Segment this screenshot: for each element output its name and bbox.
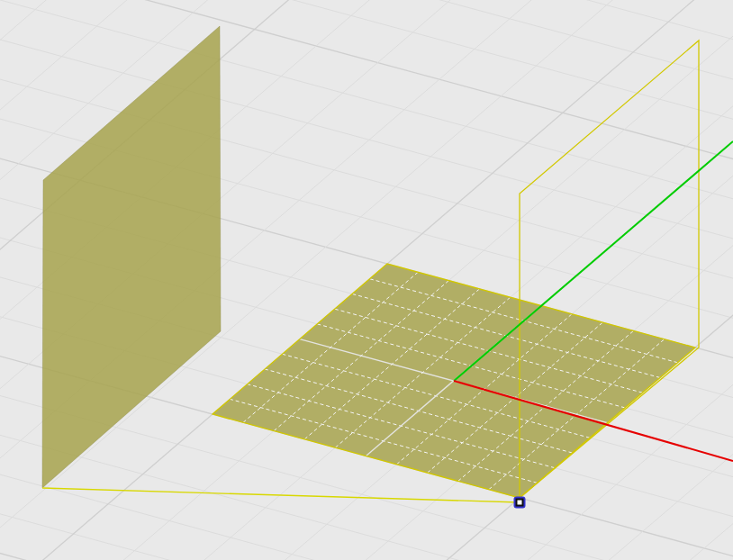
scene-canvas[interactable] xyxy=(0,0,733,560)
origin-vertex-marker[interactable] xyxy=(514,497,526,509)
cad-viewport[interactable] xyxy=(0,0,733,560)
